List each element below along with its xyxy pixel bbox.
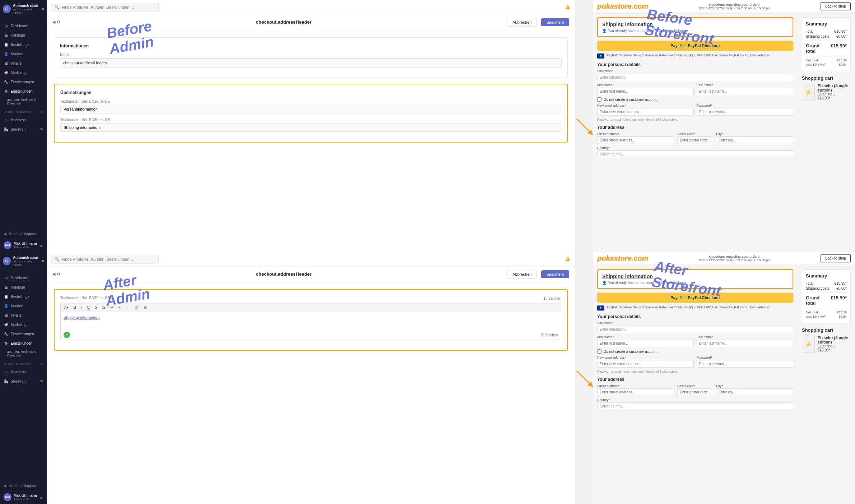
no-account-checkbox-2[interactable] xyxy=(597,349,601,354)
login-link[interactable]: You already have an account? Click here … xyxy=(608,29,687,33)
postal-label: Postal code* xyxy=(677,132,713,136)
email-input-2[interactable] xyxy=(597,360,694,368)
checkout-title: Shipping information xyxy=(602,22,788,27)
sidebar-item-bestellungen[interactable]: 📋 Bestellungen xyxy=(0,40,47,49)
search-input[interactable] xyxy=(62,5,155,9)
search-input-2[interactable] xyxy=(62,257,155,261)
editor-btn-link[interactable]: 🔗 xyxy=(132,304,141,311)
postal-input[interactable] xyxy=(677,136,713,144)
postal-input-2[interactable] xyxy=(677,388,713,396)
paypal-button-2[interactable]: PayPal PayPal Checkout xyxy=(597,293,793,303)
sidebar2-item-einstellungen[interactable]: ⚙ Einstellungen xyxy=(0,339,47,348)
email-input[interactable] xyxy=(597,108,694,116)
cart-item-price-2: €15.90* xyxy=(818,348,851,352)
editor-btn-strikethrough[interactable]: S xyxy=(93,304,99,311)
editor-content[interactable]: Shipping information xyxy=(60,312,561,330)
sidebar-item-einstellungen[interactable]: ⚙ Einstellungen xyxy=(0,87,47,96)
salutation-label-2: Salutation* xyxy=(597,321,793,325)
editor-btn-list[interactable]: ≔ xyxy=(124,304,131,311)
sidebar2-item-kataloge[interactable]: ☰ Kataloge xyxy=(0,283,47,292)
sidebar2-item-bestellungen[interactable]: 📋 Bestellungen xyxy=(0,292,47,301)
first-name-input[interactable] xyxy=(597,88,694,95)
password-input-2[interactable] xyxy=(697,360,793,368)
notification-icon[interactable]: 🔔 xyxy=(564,4,571,10)
password-label: Password* xyxy=(697,104,793,107)
salutation-select[interactable]: Enter salutation... xyxy=(597,74,793,81)
menu-collapse-btn-2[interactable]: ◀ Menü einklappen xyxy=(0,482,47,490)
translation-de-title: Textbaustein-Set: BASE de-DE xyxy=(60,99,561,103)
cancel-button[interactable]: Abbrechen xyxy=(507,18,537,27)
salutation-select-2[interactable]: Enter salutation... xyxy=(597,326,793,333)
street-input-2[interactable] xyxy=(597,388,674,396)
editor-btn-table[interactable]: ⊞ xyxy=(141,304,149,311)
city-input-2[interactable] xyxy=(716,388,793,396)
user-menu-chevron[interactable]: ▲ xyxy=(40,243,43,247)
last-name-input[interactable] xyxy=(697,88,793,95)
password-input[interactable] xyxy=(697,108,793,116)
search-container-2: 🔍 xyxy=(51,255,159,263)
sidebar-item-url-redirect[interactable]: 404 URL Redirect & Detection xyxy=(0,96,47,107)
cart-item-name-2: Pikachu (Jungle edition) xyxy=(818,336,851,344)
collapse-icon: ◀ xyxy=(4,232,6,236)
editor-btn-align[interactable]: ≡ xyxy=(116,304,123,311)
sidebar-item-inhalte[interactable]: ▦ Inhalte xyxy=(0,59,47,68)
notification-icon-2[interactable]: 🔔 xyxy=(564,256,571,262)
city-input[interactable] xyxy=(716,136,793,144)
sidebar2-item-url-redirect[interactable]: 404 URL Redirect & Detection xyxy=(0,348,47,359)
save-button-2[interactable]: Speichern xyxy=(541,270,569,278)
login-link-2[interactable]: You already have an account? Click here … xyxy=(608,281,687,285)
sidebar2-item-marketing[interactable]: 📢 Marketing xyxy=(0,320,47,329)
checkout-title-2: Shipping information xyxy=(602,274,788,279)
editor-btn-format[interactable]: A▾ xyxy=(62,304,71,311)
first-name-input-2[interactable] xyxy=(597,340,694,347)
search-icon: 🔍 xyxy=(54,5,60,10)
section-settings-icon-2[interactable]: ⚙ xyxy=(40,362,43,366)
sidebar-item-kunden[interactable]: 👤 Kunden xyxy=(0,49,47,59)
storefront-icon-2: 🏪 xyxy=(4,379,9,384)
translation-block-en-after: Textbaustein-Set: BASE en-GB 18 Zeichen … xyxy=(60,296,561,340)
section-settings-icon[interactable]: ⚙ xyxy=(40,110,43,114)
sidebar2-item-dashboard[interactable]: ⊞ Dashboard xyxy=(0,273,47,283)
name-input[interactable] xyxy=(60,58,562,67)
editor-link-text[interactable]: Shipping information xyxy=(64,315,99,319)
sidebar-item-erweiterungen[interactable]: 🔧 Erweiterungen xyxy=(0,77,47,87)
editor-add-btn[interactable]: + xyxy=(64,332,70,338)
cancel-button-2[interactable]: Abbrechen xyxy=(507,270,537,279)
einstellungen-icon-2: ⚙ xyxy=(4,341,9,346)
sidebar-item-storefront[interactable]: 🏪 Storefront 👁 xyxy=(0,125,47,134)
sidebar2-item-storefront[interactable]: 🏪 Storefront 👁 xyxy=(0,377,47,386)
street-input[interactable] xyxy=(597,136,674,144)
translation-en-input[interactable] xyxy=(60,123,561,132)
sidebar-item-dashboard[interactable]: ⊞ Dashboard xyxy=(0,21,47,31)
user-menu-chevron-2[interactable]: ▲ xyxy=(40,495,43,499)
sidebar-item-headless[interactable]: ◇ Headless xyxy=(0,115,47,125)
back-arrow-2[interactable]: ◀ xyxy=(52,272,55,276)
back-to-shop-button-2[interactable]: Back to shop xyxy=(821,254,851,262)
sidebar-item-marketing[interactable]: 📢 Marketing xyxy=(0,68,47,77)
menu-collapse-btn[interactable]: ◀ Menü einklappen xyxy=(0,230,47,238)
sidebar2-item-kunden[interactable]: 👤 Kunden xyxy=(0,301,47,311)
country-select[interactable]: Select country... xyxy=(597,150,793,158)
translation-block-en: Textbaustein-Set: BASE en-GB xyxy=(60,118,561,132)
editor-btn-bold[interactable]: B xyxy=(71,304,78,311)
editor-btn-underline[interactable]: U xyxy=(85,304,92,311)
editor-btn-italic[interactable]: I xyxy=(79,304,84,311)
paypal-button[interactable]: PayPal PayPal Checkout xyxy=(597,41,793,51)
country-select-2[interactable]: Select country... xyxy=(597,402,793,410)
translation-de-input[interactable] xyxy=(60,105,561,113)
back-arrow[interactable]: ◀ xyxy=(52,20,55,24)
sidebar2-item-inhalte[interactable]: ▦ Inhalte xyxy=(0,311,47,320)
no-account-checkbox[interactable] xyxy=(597,97,601,102)
editor-toolbar: A▾ B I U S x₂ x² ≡ ≔ 🔗 ⊞ xyxy=(60,303,561,312)
editor-btn-sub[interactable]: x₂ xyxy=(100,304,108,311)
last-name-input-2[interactable] xyxy=(697,340,793,347)
save-button[interactable]: Speichern xyxy=(541,18,569,26)
editor-btn-sup[interactable]: x² xyxy=(108,304,116,311)
app-title-2: Administration xyxy=(13,256,40,260)
sidebar-item-kataloge[interactable]: ☰ Kataloge xyxy=(0,31,47,40)
sidebar2-item-headless[interactable]: ◇ Headless xyxy=(0,367,47,377)
back-to-shop-button[interactable]: Back to shop xyxy=(821,2,851,10)
headless-icon: ◇ xyxy=(4,117,9,122)
inhalte-icon-2: ▦ xyxy=(4,313,9,318)
sidebar2-item-erweiterungen[interactable]: 🔧 Erweiterungen xyxy=(0,329,47,339)
